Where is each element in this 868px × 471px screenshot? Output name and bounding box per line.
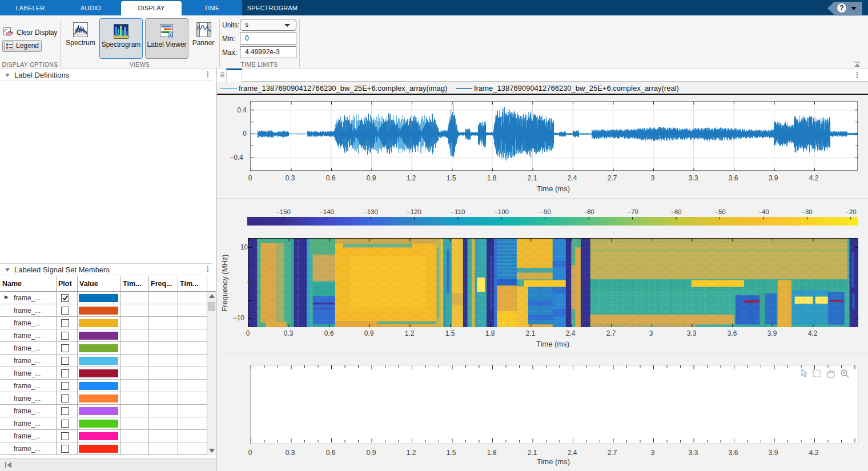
svg-text:A: A [169, 34, 172, 38]
